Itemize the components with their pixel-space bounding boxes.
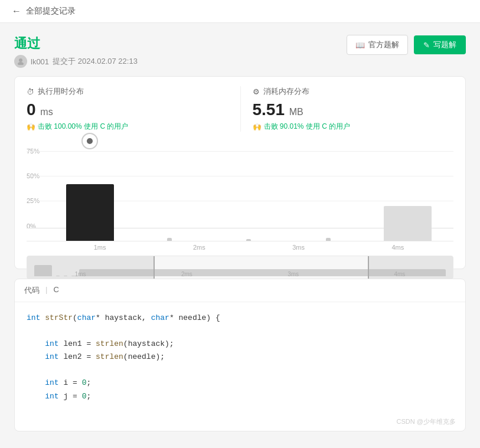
fn-strStr: strStr <box>45 312 73 325</box>
bar-group-0 <box>50 141 130 241</box>
bar-group-4 <box>368 141 448 241</box>
status-row: 通过 lk001 提交于 2024.02.07 22:13 📖 官方题解 ✎ 写… <box>14 35 466 68</box>
fn-strlen-2: strlen <box>96 351 123 364</box>
time-beat: 🙌 击败 100.00% 使用 C 的用户 <box>27 122 228 132</box>
avatar <box>14 55 27 68</box>
official-solution-button[interactable]: 📖 官方题解 <box>347 35 408 55</box>
main-content: 通过 lk001 提交于 2024.02.07 22:13 📖 官方题解 ✎ 写… <box>0 23 480 443</box>
time-stats-section: ⏱ 执行用时分布 0 ms 🙌 击败 100.00% 使用 C 的用户 <box>27 86 240 132</box>
kw-int-j: int <box>45 390 58 403</box>
status-left: 通过 lk001 提交于 2024.02.07 22:13 <box>14 35 138 68</box>
code-body: int strStr ( char * haystack, char * nee… <box>15 302 465 413</box>
chart-area: 75% 50% 25% 0% <box>27 141 453 241</box>
back-arrow[interactable]: ← <box>12 6 21 17</box>
bars-area <box>50 141 448 241</box>
x-label-1ms: 1ms <box>50 241 149 251</box>
kw-int-fn: int <box>27 312 40 325</box>
stats-grid: ⏱ 执行用时分布 0 ms 🙌 击败 100.00% 使用 C 的用户 <box>27 86 453 132</box>
submitter-row: lk001 提交于 2024.02.07 22:13 <box>14 55 138 68</box>
memory-label: ⚙ 消耗内存分布 <box>253 86 454 97</box>
memory-stats-section: ⚙ 消耗内存分布 5.51 MB 🙌 击败 90.01% 使用 C 的用户 <box>240 86 454 132</box>
code-line-j: int j = 0 ; <box>27 390 453 403</box>
memory-beat: 🙌 击败 90.01% 使用 C 的用户 <box>253 122 454 132</box>
num-0-j: 0 <box>82 390 87 403</box>
code-line-1: int strStr ( char * haystack, char * nee… <box>27 312 453 325</box>
status-passed: 通过 <box>14 35 138 53</box>
code-line-blank-2 <box>27 364 453 377</box>
time-unit: ms <box>40 107 53 117</box>
bar-3 <box>326 238 331 241</box>
bar-0 <box>66 184 114 241</box>
watermark: CSDN @少年维克多 <box>15 413 465 431</box>
submitter-name: lk001 <box>31 57 49 66</box>
kw-int-len1: int <box>45 338 58 351</box>
bar-group-1 <box>130 141 210 241</box>
gear-icon: ⚙ <box>253 87 260 96</box>
write-solution-label: 写题解 <box>433 40 456 50</box>
bar-1 <box>167 238 172 241</box>
status-buttons: 📖 官方题解 ✎ 写题解 <box>347 35 466 55</box>
code-line-len2: int len2 = strlen (needle); <box>27 351 453 364</box>
code-lang: C <box>53 285 58 296</box>
svg-point-1 <box>18 62 24 65</box>
clock-icon: ⏱ <box>27 87 34 96</box>
mini-x-2ms: 2ms <box>181 271 192 277</box>
chart-container: 75% 50% 25% 0% <box>27 141 453 259</box>
svg-point-0 <box>19 58 22 62</box>
pointer-circle <box>81 133 98 149</box>
nav-title: 全部提交记录 <box>26 6 76 17</box>
memory-value: 5.51 MB <box>253 100 454 119</box>
pointer-inner <box>87 138 93 144</box>
bar-4 <box>384 206 432 241</box>
code-header-sep: | <box>45 285 47 296</box>
hands-icon: 🙌 <box>27 123 35 131</box>
bar-group-3 <box>289 141 368 241</box>
code-line-blank-1 <box>27 325 453 338</box>
top-nav: ← 全部提交记录 <box>0 0 480 23</box>
code-label: 代码 <box>24 285 40 296</box>
code-line-len1: int len1 = strlen (haystack); <box>27 338 453 351</box>
fn-strlen-1: strlen <box>96 338 123 351</box>
x-label-3ms: 3ms <box>249 241 348 251</box>
kw-int-i: int <box>45 377 58 390</box>
code-header: 代码 | C <box>15 279 465 302</box>
write-solution-button[interactable]: ✎ 写题解 <box>414 35 466 54</box>
x-label-2ms: 2ms <box>149 241 249 251</box>
hands-icon-2: 🙌 <box>253 123 262 131</box>
time-label: ⏱ 执行用时分布 <box>27 86 228 97</box>
submitted-text: 提交于 2024.02.07 22:13 <box>53 56 138 67</box>
mini-x-3ms: 3ms <box>288 271 299 277</box>
memory-unit: MB <box>289 107 303 117</box>
page-container: ← 全部提交记录 通过 lk001 提交于 2024.02.07 22:13 📖… <box>0 0 480 448</box>
num-0-i: 0 <box>82 377 87 390</box>
time-value: 0 ms <box>27 100 228 119</box>
code-section: 代码 | C int strStr ( char * haystack, cha… <box>14 279 466 431</box>
bar-group-2 <box>209 141 289 241</box>
mini-x-1ms: 1ms <box>75 271 86 277</box>
x-label-4ms: 4ms <box>348 241 448 251</box>
mini-chart[interactable]: 1ms 2ms 3ms 4ms <box>27 256 453 279</box>
bar-2 <box>246 239 251 241</box>
mini-x-4ms: 4ms <box>394 271 405 277</box>
code-line-i: int i = 0 ; <box>27 377 453 390</box>
book-icon: 📖 <box>355 41 365 50</box>
kw-int-len2: int <box>45 351 58 364</box>
stats-card: ⏱ 执行用时分布 0 ms 🙌 击败 100.00% 使用 C 的用户 <box>14 76 466 269</box>
mini-x-labels: 1ms 2ms 3ms 4ms <box>27 271 453 277</box>
x-labels: 1ms 2ms 3ms 4ms <box>50 241 448 251</box>
official-solution-label: 官方题解 <box>368 40 399 50</box>
edit-icon: ✎ <box>423 41 430 50</box>
